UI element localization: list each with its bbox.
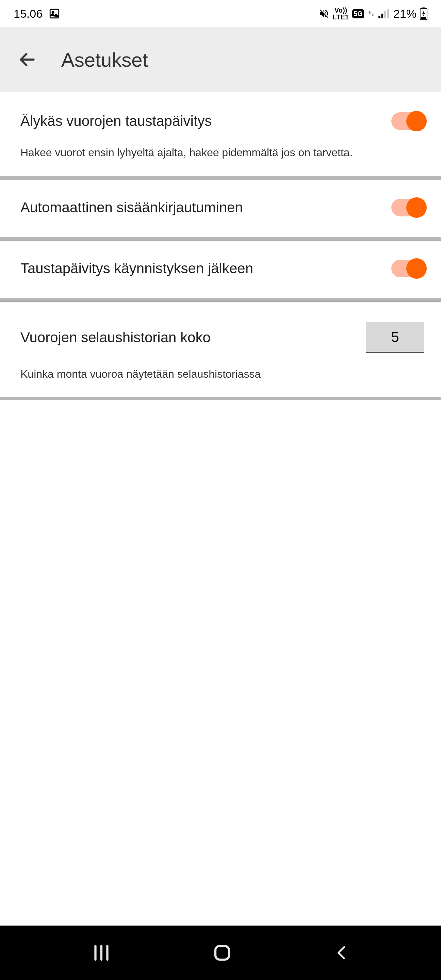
svg-rect-8 bbox=[421, 17, 427, 19]
svg-point-1 bbox=[52, 11, 54, 13]
svg-rect-2 bbox=[378, 16, 381, 18]
settings-content: Älykäs vuorojen taustapäivitys Hakee vuo… bbox=[0, 92, 441, 980]
svg-rect-3 bbox=[381, 14, 384, 18]
battery-icon bbox=[420, 8, 427, 20]
toggle-auto-login[interactable] bbox=[391, 199, 424, 216]
setting-description: Kuinka monta vuoroa näytetään selaushist… bbox=[21, 368, 424, 380]
chevron-left-icon bbox=[333, 943, 350, 963]
mute-icon bbox=[318, 8, 330, 19]
home-button[interactable] bbox=[212, 943, 232, 963]
divider bbox=[0, 298, 441, 302]
setting-title: Taustapäivitys käynnistyksen jälkeen bbox=[21, 260, 253, 277]
svg-rect-4 bbox=[384, 11, 386, 18]
image-icon bbox=[49, 8, 60, 19]
status-bar: 15.06 Vo)) LTE1 5G bbox=[0, 0, 441, 27]
divider bbox=[0, 176, 441, 180]
volte-indicator: Vo)) LTE1 bbox=[333, 7, 349, 21]
recents-icon bbox=[91, 943, 111, 963]
toggle-background-update-after-start[interactable] bbox=[391, 259, 424, 277]
home-icon bbox=[212, 943, 232, 963]
status-time: 15.06 bbox=[14, 7, 43, 21]
toggle-smart-background-update[interactable] bbox=[391, 112, 424, 130]
arrow-left-icon bbox=[18, 50, 37, 69]
divider bbox=[0, 237, 441, 241]
page-title: Asetukset bbox=[61, 48, 148, 71]
setting-smart-background-update[interactable]: Älykäs vuorojen taustapäivitys Hakee vuo… bbox=[0, 92, 441, 176]
svg-rect-5 bbox=[387, 9, 389, 18]
setting-title: Automaattinen sisäänkirjautuminen bbox=[21, 199, 243, 216]
setting-auto-login[interactable]: Automaattinen sisäänkirjautuminen bbox=[0, 180, 441, 237]
setting-background-update-after-start[interactable]: Taustapäivitys käynnistyksen jälkeen bbox=[0, 241, 441, 298]
network-badge: 5G bbox=[352, 9, 364, 18]
back-nav-button[interactable] bbox=[333, 943, 350, 963]
setting-title: Älykäs vuorojen taustapäivitys bbox=[21, 113, 212, 129]
svg-rect-7 bbox=[422, 8, 425, 9]
setting-title: Vuorojen selaushistorian koko bbox=[21, 329, 211, 346]
signal-icon bbox=[378, 9, 390, 18]
updown-icon bbox=[368, 9, 375, 18]
divider bbox=[0, 398, 441, 400]
back-button[interactable] bbox=[17, 49, 37, 70]
setting-history-size[interactable]: Vuorojen selaushistorian koko Kuinka mon… bbox=[0, 302, 441, 398]
setting-description: Hakee vuorot ensin lyhyeltä ajalta, hake… bbox=[21, 146, 424, 159]
system-nav-bar bbox=[0, 926, 441, 980]
svg-rect-13 bbox=[215, 946, 229, 959]
recents-button[interactable] bbox=[91, 943, 111, 963]
history-size-input[interactable] bbox=[366, 322, 424, 353]
battery-percent: 21% bbox=[393, 7, 417, 21]
app-header: Asetukset bbox=[0, 27, 441, 92]
